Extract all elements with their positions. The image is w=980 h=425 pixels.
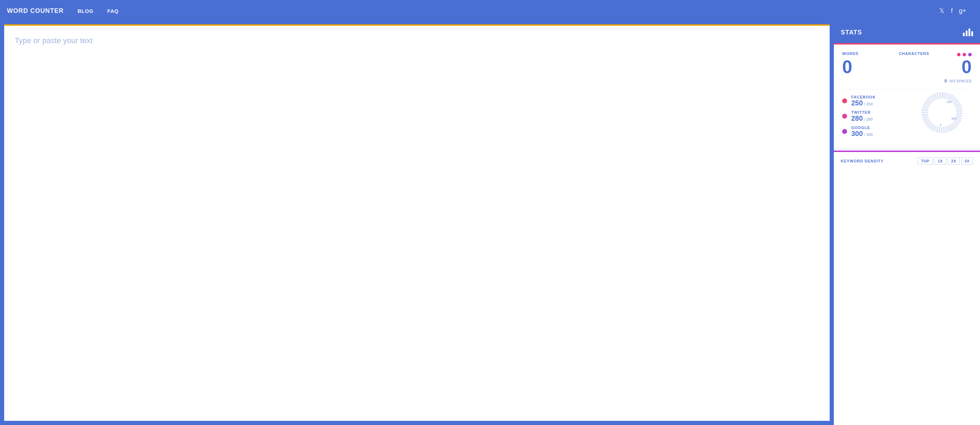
stats-card: WORDS 0 CHARACTERS 0: [834, 43, 980, 148]
main-layout: STATS WORDS 0 CHARACTERS: [0, 22, 980, 425]
facebook-count: 250: [851, 99, 863, 107]
google-limit: / 300: [864, 133, 872, 137]
no-spaces-label: NO SPACES: [950, 79, 972, 83]
donut-chart: 180 300 0: [920, 90, 965, 135]
characters-value: 0: [962, 58, 972, 76]
main-text-input[interactable]: [4, 26, 830, 421]
twitter-name: TWITTER: [851, 110, 873, 114]
textarea-wrapper: [4, 24, 830, 421]
nav-faq[interactable]: FAQ: [107, 8, 118, 14]
svg-point-0: [925, 95, 959, 130]
dots-row: [957, 53, 972, 56]
words-section: WORDS 0: [842, 51, 859, 76]
words-label: WORDS: [842, 51, 859, 56]
twitter-info: TWITTER 280 / 280: [851, 110, 873, 122]
svg-text:180: 180: [946, 100, 951, 104]
facebook-name: FACEBOOK: [851, 95, 876, 99]
google-count: 300: [851, 130, 863, 137]
words-value: 0: [842, 58, 859, 76]
facebook-limit: / 250: [864, 102, 872, 106]
dot-3: [968, 53, 972, 56]
filter-top[interactable]: TOP: [918, 157, 933, 165]
svg-text:0: 0: [940, 123, 941, 127]
left-panel: [0, 22, 834, 425]
facebook-info: FACEBOOK 250 / 250: [851, 95, 876, 107]
brand-title[interactable]: WORD COUNTER: [7, 7, 64, 14]
googleplus-icon[interactable]: g+: [959, 7, 966, 14]
twitter-dot: [842, 114, 847, 119]
google-info: GOOGLE 300 / 300: [851, 125, 873, 137]
keyword-density-card: KEYWORD DENSITY TOP 1X 2X 3X: [834, 151, 980, 425]
header: WORD COUNTER BLOG FAQ 𝕏 f g+: [0, 0, 980, 22]
dot-2: [963, 53, 966, 56]
bar3: [969, 29, 970, 36]
svg-text:300: 300: [951, 117, 956, 121]
donut-svg: 180 300 0: [920, 90, 965, 135]
filter-3x[interactable]: 3X: [961, 157, 973, 165]
characters-section: CHARACTERS 0 0 NO SPACES: [899, 51, 972, 84]
keyword-filters: TOP 1X 2X 3X: [918, 157, 973, 165]
stats-top-row: WORDS 0 CHARACTERS 0: [842, 51, 972, 84]
keyword-title: KEYWORD DENSITY: [841, 159, 884, 163]
twitter-count: 280: [851, 114, 863, 122]
filter-2x[interactable]: 2X: [948, 157, 959, 165]
characters-label: CHARACTERS: [899, 51, 929, 56]
filter-1x[interactable]: 1X: [934, 157, 946, 165]
no-spaces-row: 0 NO SPACES: [945, 79, 972, 84]
facebook-icon[interactable]: f: [951, 7, 953, 14]
bar1: [963, 33, 965, 36]
bar2: [966, 31, 967, 36]
facebook-dot: [842, 98, 847, 103]
bar-chart-icon: [963, 29, 973, 36]
right-header: STATS: [834, 22, 980, 43]
bar4: [971, 31, 973, 36]
right-content: WORDS 0 CHARACTERS 0: [834, 43, 980, 425]
nav-blog[interactable]: BLOG: [78, 8, 93, 14]
twitter-icon[interactable]: 𝕏: [939, 7, 945, 14]
keyword-header: KEYWORD DENSITY TOP 1X 2X 3X: [841, 157, 973, 165]
header-left: WORD COUNTER BLOG FAQ: [7, 7, 939, 14]
stats-title: STATS: [841, 29, 862, 36]
no-spaces-count: 0: [945, 79, 947, 84]
dot-1: [957, 53, 961, 56]
social-donut-section: FACEBOOK 250 / 250 TWITTER: [842, 89, 972, 141]
google-dot: [842, 129, 847, 134]
twitter-limit: / 280: [864, 117, 872, 121]
right-panel: STATS WORDS 0 CHARACTERS: [834, 22, 980, 425]
social-icons: 𝕏 f g+: [939, 7, 966, 14]
google-name: GOOGLE: [851, 125, 873, 130]
